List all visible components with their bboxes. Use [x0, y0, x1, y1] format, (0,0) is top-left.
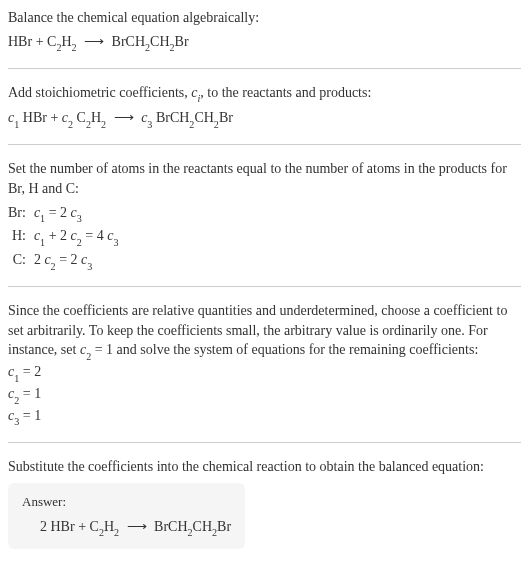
plus-sign: + [75, 519, 90, 534]
answer-instruction: Substitute the coefficients into the che… [8, 457, 521, 477]
row-eq-c: 2 c2 = 2 c3 [34, 250, 521, 272]
answer-box: Answer: 2 HBr + C2H2 ⟶ BrCH2CH2Br [8, 483, 245, 549]
reactant-c2h2-h: H [61, 34, 71, 49]
eq-text: + 2 [45, 228, 70, 243]
c-sub: 2 [51, 261, 56, 272]
c-sub: 2 [77, 237, 82, 248]
bal-ch: CH [193, 519, 212, 534]
bal-br: Br [217, 519, 231, 534]
row-eq-br: c1 = 2 c3 [34, 203, 521, 225]
c-sub: 3 [113, 237, 118, 248]
product-br: Br [175, 34, 189, 49]
solve-instruction: Since the coefficients are relative quan… [8, 301, 521, 362]
eq-val: = 1 [19, 386, 41, 401]
plus-sign: + [47, 110, 62, 125]
bal-h: H [104, 519, 114, 534]
c-var: c [44, 252, 50, 267]
eq-text: = 2 [45, 205, 70, 220]
c-var: c [71, 228, 77, 243]
balanced-equation: 2 HBr + C2H2 ⟶ BrCH2CH2Br [22, 517, 231, 539]
reactant-hbr: HBr [8, 34, 32, 49]
c-sub: 1 [14, 373, 19, 384]
divider [8, 144, 521, 145]
eq-val: = 2 [19, 364, 41, 379]
subscript-2: 2 [145, 42, 150, 53]
divider [8, 286, 521, 287]
result-c3: c3 = 1 [8, 406, 521, 428]
sp-c: C [73, 110, 86, 125]
plus-sign: + [32, 34, 47, 49]
result-c2: c2 = 1 [8, 384, 521, 406]
c-sub: 3 [77, 213, 82, 224]
row-label-c: C: [8, 250, 26, 272]
divider [8, 442, 521, 443]
eq-val: = 1 [19, 408, 41, 423]
subscript-2: 2 [214, 119, 219, 130]
arrow-icon: ⟶ [84, 32, 104, 52]
c-sub: 2 [14, 395, 19, 406]
section-coefficients: Add stoichiometric coefficients, ci, to … [8, 83, 521, 131]
balance-table: Br: c1 = 2 c3 H: c1 + 2 c2 = 4 c3 C: 2 c… [8, 203, 521, 273]
eq-text: = 4 [82, 228, 107, 243]
coeff-sub-i: i [197, 93, 200, 104]
answer-label: Answer: [22, 493, 231, 511]
product-brch: BrCH [112, 34, 145, 49]
row-eq-h: c1 + 2 c2 = 4 c3 [34, 226, 521, 248]
bal-c: C [90, 519, 99, 534]
c-sub: 3 [87, 261, 92, 272]
product-ch: CH [150, 34, 169, 49]
sp-h: H [91, 110, 101, 125]
section-atom-balance: Set the number of atoms in the reactants… [8, 159, 521, 272]
c2-sub: 2 [68, 119, 73, 130]
bal-brch: BrCH [154, 519, 187, 534]
sp-br: Br [219, 110, 233, 125]
coeff-instruction: Add stoichiometric coefficients, ci, to … [8, 83, 521, 105]
subscript-2: 2 [114, 527, 119, 538]
section-solve: Since the coefficients are relative quan… [8, 301, 521, 428]
c1-sub: 1 [14, 119, 19, 130]
text-part: Add stoichiometric coefficients, [8, 85, 191, 100]
bal-hbr: 2 HBr [40, 519, 75, 534]
balance-instruction: Set the number of atoms in the reactants… [8, 159, 521, 198]
arrow-icon: ⟶ [114, 108, 134, 128]
subscript-2: 2 [170, 42, 175, 53]
stoich-equation: c1 HBr + c2 C2H2 ⟶ c3 BrCH2CH2Br [8, 108, 521, 130]
reactant-c2h2-c: C [47, 34, 56, 49]
section-answer: Substitute the coefficients into the che… [8, 457, 521, 549]
arrow-icon: ⟶ [127, 517, 147, 537]
subscript-2: 2 [101, 119, 106, 130]
eq-text: = 2 [56, 252, 81, 267]
instruction-text: Balance the chemical equation algebraica… [8, 8, 521, 28]
subscript-2: 2 [99, 527, 104, 538]
sp-ch: CH [194, 110, 213, 125]
sp-hbr: HBr [19, 110, 47, 125]
row-label-br: Br: [8, 203, 26, 225]
result-c1: c1 = 2 [8, 362, 521, 384]
c-sub: 3 [14, 416, 19, 427]
subscript-2: 2 [212, 527, 217, 538]
c-sub: 1 [40, 213, 45, 224]
subscript-2: 2 [72, 42, 77, 53]
sp-brch: BrCH [152, 110, 189, 125]
subscript-2: 2 [86, 119, 91, 130]
c-sub: 2 [86, 351, 91, 362]
text-part: , to the reactants and products: [200, 85, 371, 100]
c-var: c [71, 205, 77, 220]
subscript-2: 2 [188, 527, 193, 538]
unbalanced-equation: HBr + C2H2 ⟶ BrCH2CH2Br [8, 32, 521, 54]
divider [8, 68, 521, 69]
c-sub: 1 [40, 237, 45, 248]
c3-sub: 3 [147, 119, 152, 130]
text-part: = 1 and solve the system of equations fo… [91, 342, 478, 357]
row-label-h: H: [8, 226, 26, 248]
eq-text: 2 [34, 252, 45, 267]
subscript-2: 2 [56, 42, 61, 53]
section-instruction: Balance the chemical equation algebraica… [8, 8, 521, 54]
subscript-2: 2 [189, 119, 194, 130]
